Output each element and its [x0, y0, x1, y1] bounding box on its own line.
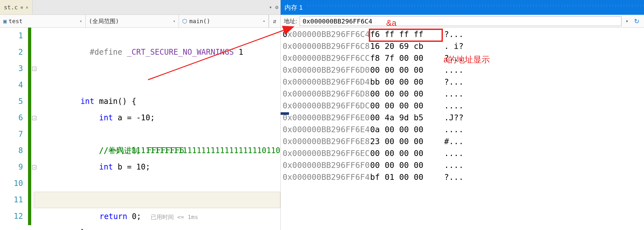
memory-bytes: f6 ff ff ff [370, 28, 440, 40]
line-number: 7 [0, 126, 23, 143]
memory-bytes: 23 00 00 00 [370, 135, 440, 147]
memory-ascii: ?... [440, 76, 463, 88]
memory-address: 0x000000BB296FF6D8 [281, 88, 370, 100]
memory-address: 0x000000BB296FF6D4 [281, 76, 370, 88]
line-number: 2 [0, 44, 23, 60]
memory-title-bar[interactable]: 内存 1 :::::::::::::::::::::::::::::::::::… [281, 0, 644, 15]
memory-row[interactable]: 0x000000BB296FF6C816 20 69 cb. i? [281, 40, 644, 52]
scope-label: test [9, 18, 23, 24]
namespace-dropdown[interactable]: (全局范围) ▾ [86, 15, 179, 27]
line-number: 11 [0, 192, 23, 208]
fold-toggle[interactable]: − [32, 67, 36, 71]
scope-bar: ▣ test ▾ (全局范围) ▾ ⬡ main() ▾ ⇵ [0, 15, 280, 28]
pin-icon[interactable]: ⊕ [20, 5, 23, 10]
memory-ascii: .J?? [440, 112, 463, 124]
namespace-label: (全局范围) [89, 17, 119, 25]
split-toggle[interactable]: ⇵ [269, 15, 280, 27]
memory-row[interactable]: 0x000000BB296FF6D4bb 00 00 00?... [281, 76, 644, 88]
line-number-gutter: 1 2 3 4 5 6 7 8 9 10 11 12 [0, 28, 28, 230]
tab-filename: st.c [4, 4, 18, 11]
address-bar: 地址: ▾ ↻ [281, 15, 644, 28]
line-number: 8 [0, 143, 23, 159]
memory-ascii: ?... [440, 171, 463, 183]
memory-row[interactable]: 0x000000BB296FF6EC00 00 00 00.... [281, 147, 644, 159]
code-line[interactable]: − //补码：00000000000000000000000000001010 [34, 159, 280, 175]
code-line[interactable]: #define _CRT_SECURE_NO_WARNINGS 1 [34, 28, 280, 44]
line-number: 4 [0, 77, 23, 93]
memory-address: 0x000000BB296FF6DC [281, 100, 370, 112]
memory-bytes: 16 20 69 cb [370, 40, 440, 52]
memory-rows-area[interactable]: 0x000000BB296FF6C4f6 ff ff ff?...0x00000… [281, 28, 644, 230]
memory-row[interactable]: 0x000000BB296FF6CCf8 7f 00 00?... [281, 52, 644, 64]
memory-address: 0x000000BB296FF6D0 [281, 64, 370, 76]
address-label: 地址: [284, 17, 297, 25]
code-line[interactable]: int b = 10; [34, 143, 280, 159]
gear-icon[interactable]: ⚙ [275, 4, 278, 10]
fold-toggle[interactable]: − [32, 116, 36, 120]
code-line[interactable] [34, 77, 280, 93]
code-line[interactable]: } [34, 208, 280, 225]
split-icon: ⇵ [273, 18, 276, 24]
memory-row[interactable]: 0x000000BB296FF6D800 00 00 00.... [281, 88, 644, 100]
change-margin [28, 28, 31, 225]
chevron-down-icon: ▾ [173, 19, 175, 23]
refresh-icon[interactable]: ↻ [632, 17, 641, 25]
address-input[interactable] [300, 16, 621, 26]
memory-row[interactable]: 0x000000BB296FF6DC00 00 00 00.... [281, 100, 644, 112]
memory-ascii: . i? [440, 40, 463, 52]
memory-row[interactable]: 0x000000BB296FF6D000 00 00 00.... [281, 64, 644, 76]
memory-pane: 内存 1 :::::::::::::::::::::::::::::::::::… [281, 0, 644, 230]
code-line[interactable]: int a = -10; [34, 93, 280, 110]
code-line[interactable] [34, 44, 280, 60]
line-number: 10 [0, 175, 23, 192]
memory-bytes: 00 00 00 00 [370, 100, 440, 112]
scope-dropdown[interactable]: ▣ test ▾ [0, 15, 86, 27]
tab-overflow-icon[interactable]: ▾ [269, 4, 272, 10]
memory-bytes: 00 00 00 00 [370, 88, 440, 100]
line-number: 1 [0, 28, 23, 44]
memory-ascii: .... [440, 88, 463, 100]
code-line[interactable]: − //补码：11111111111111111111111111110110 [34, 110, 280, 126]
memory-ascii: .... [440, 64, 463, 76]
project-icon: ▣ [3, 18, 7, 24]
memory-row[interactable]: 0x000000BB296FF6F000 00 00 00.... [281, 159, 644, 171]
memory-address: 0x000000BB296FF6E0 [281, 112, 370, 124]
code-text: } [80, 228, 85, 230]
chevron-down-icon: ▾ [263, 19, 265, 23]
memory-bytes: 00 00 00 00 [370, 159, 440, 171]
line-number: 12 [0, 208, 23, 225]
code-line-current[interactable]: return 0; 已用时间 <= 1ms [34, 192, 280, 208]
code-area[interactable]: 1 2 3 4 5 6 7 8 9 10 11 12 #define _CRT_… [0, 28, 280, 230]
chevron-down-icon[interactable]: ▾ [624, 19, 630, 23]
line-number: 5 [0, 93, 23, 110]
memory-bytes: f8 7f 00 00 [370, 52, 440, 64]
line-number: 3 [0, 60, 23, 77]
fold-toggle[interactable]: − [32, 165, 36, 169]
memory-ascii: .... [440, 159, 463, 171]
memory-ascii: ?... [440, 28, 463, 40]
code-line[interactable]: //十六进制：0000000A [34, 175, 280, 192]
memory-bytes: 00 00 00 00 [370, 147, 440, 159]
memory-row[interactable]: 0x000000BB296FF6E823 00 00 00#... [281, 135, 644, 147]
function-label: main() [189, 18, 210, 24]
code-column[interactable]: #define _CRT_SECURE_NO_WARNINGS 1 − int … [28, 28, 280, 230]
memory-row[interactable]: 0x000000BB296FF6E000 4a 9d b5.J?? [281, 112, 644, 124]
line-number: 6 [0, 110, 23, 126]
memory-row[interactable]: 0x000000BB296FF6F4bf 01 00 00?... [281, 171, 644, 183]
memory-row[interactable]: 0x000000BB296FF6C4f6 ff ff ff?... [281, 28, 644, 40]
code-line[interactable]: //十六进制：FFFFFFF6 [34, 126, 280, 143]
memory-bytes: bf 01 00 00 [370, 171, 440, 183]
memory-bytes: 00 4a 9d b5 [370, 112, 440, 124]
memory-address: 0x000000BB296FF6C8 [281, 40, 370, 52]
function-dropdown[interactable]: ⬡ main() ▾ [179, 15, 269, 27]
memory-row[interactable]: 0x000000BB296FF6E40a 00 00 00.... [281, 124, 644, 135]
memory-ascii: #... [440, 135, 463, 147]
close-icon[interactable]: × [26, 5, 28, 10]
memory-title: 内存 1 [285, 3, 303, 12]
memory-bytes: bb 00 00 00 [370, 76, 440, 88]
memory-address: 0x000000BB296FF6E8 [281, 135, 370, 147]
file-tab[interactable]: st.c ⊕ × [0, 0, 33, 14]
code-line[interactable]: − int main() { [34, 60, 280, 77]
scroll-position-marker [281, 112, 289, 115]
memory-ascii: .... [440, 147, 463, 159]
